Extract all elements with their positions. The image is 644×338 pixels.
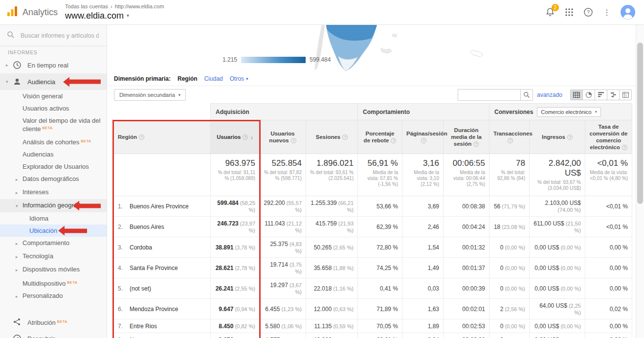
breadcrumb-accounts[interactable]: Todas las cuentas <box>65 3 108 10</box>
secondary-dimension-button[interactable]: Dimensión secundaria ▾ <box>114 89 186 101</box>
sidebar-search-input[interactable] <box>21 32 99 39</box>
sidebar-item-label: En tiempo real <box>27 62 103 69</box>
metric-cell: 0,00 % <box>585 333 632 338</box>
table-row: 5.(not set)26.241 (2,55 %)19.297 (3,67 %… <box>114 278 632 299</box>
search-icon <box>523 91 530 98</box>
help-icon: ? <box>421 138 426 143</box>
primary-dimension-region[interactable]: Región <box>178 75 198 82</box>
metric-percent: (58,25 %) <box>239 200 255 213</box>
metric-value: <0,01 % <box>606 224 628 230</box>
primary-dimension-otros[interactable]: Otros ▾ <box>230 75 248 82</box>
sidebar-item-multidispositivo[interactable]: MultidispositivoBETA <box>0 276 107 290</box>
ecommerce-selector-value: Comercio electrónico <box>541 109 591 115</box>
metric-value: 2.103,00 US$ <box>545 200 581 206</box>
sidebar-item-en-tiempo-real[interactable]: ▸En tiempo real <box>0 57 107 73</box>
sidebar-item-dispositivos-moviles[interactable]: ▸Dispositivos móviles <box>0 263 107 276</box>
metric-cell: 62,39 % <box>358 217 402 237</box>
table-filter-search-button[interactable] <box>520 89 533 101</box>
column-header-duracion-media-de-la-sesion[interactable]: Duración media de la sesión? <box>444 120 489 154</box>
metric-cell: 0,03 <box>402 278 444 299</box>
sidebar-item-personalizado[interactable]: ▸Personalizado <box>0 290 107 303</box>
view-performance-button[interactable] <box>595 90 607 100</box>
more-options-button[interactable]: ⋮ <box>603 8 611 17</box>
metric-percent: (0,00 %) <box>559 286 581 292</box>
region-link[interactable]: Santa Fe Province <box>130 265 178 271</box>
ecommerce-selector[interactable]: Comercio electrónico▾ <box>537 107 600 117</box>
summary-cell-0: 963.975% del total: 91,11 % (1.058.089) <box>211 154 260 196</box>
advanced-filter-link[interactable]: avanzado <box>537 91 562 98</box>
help-button[interactable]: ? <box>583 7 593 17</box>
brand[interactable]: Analytics <box>0 5 65 20</box>
summary-subtext: Media de la vista: 57,81 % (-1,56 %) <box>362 170 398 187</box>
column-header-porcentaje-de-rebote[interactable]: Porcentaje de rebote? <box>358 120 402 154</box>
sidebar-search[interactable] <box>0 25 107 46</box>
region-link[interactable]: (not set) <box>130 285 151 292</box>
apps-grid-button[interactable] <box>565 8 574 17</box>
chevron-down-icon: ▾ <box>16 202 22 210</box>
metric-cell: 00:01:37 <box>444 258 489 278</box>
notifications-button[interactable]: 2 <box>545 7 555 17</box>
view-selector[interactable]: www.eldia.com ▾ <box>65 10 164 22</box>
sidebar-item-audiencias[interactable]: Audiencias <box>0 148 107 160</box>
avatar[interactable] <box>621 5 635 20</box>
sidebar-item-informacion-geografica[interactable]: ▾Información geográfica <box>0 199 107 212</box>
column-header-usuarios[interactable]: Usuarios?↓ <box>211 120 260 154</box>
row-rank: 3. <box>118 244 130 251</box>
breadcrumb-property[interactable]: http://www.eldia.com <box>115 3 164 10</box>
sidebar-item-vision-general[interactable]: Visión general <box>0 90 107 102</box>
column-header-usuarios-nuevos[interactable]: Usuarios nuevos? <box>260 120 306 154</box>
region-link[interactable]: Buenos Aires <box>130 224 164 230</box>
table-filter-input[interactable] <box>458 89 520 101</box>
sidebar-item-valor-del-tiempo-de-vida-del-cliente[interactable]: Valor del tiempo de vida del clienteBETA <box>0 114 107 135</box>
sidebar-item-comportamiento[interactable]: ▸Comportamiento <box>0 237 107 250</box>
view-pivot-button[interactable] <box>619 90 632 100</box>
metric-cell: 0,00 % <box>585 319 632 333</box>
metric-value: 38.891 <box>216 244 234 251</box>
sidebar-item-atribucion[interactable]: AtribuciónBETA <box>0 314 107 330</box>
column-header-sesiones[interactable]: Sesiones? <box>306 120 358 154</box>
metric-percent: (74,00 %) <box>557 207 581 213</box>
sidebar-item-ubicacion[interactable]: Ubicación <box>0 225 107 237</box>
metric-value: 18 <box>494 224 500 230</box>
group-adquisicion: Adquisición <box>211 104 358 120</box>
summary-value: 1.896.021 <box>310 158 354 168</box>
notification-badge: 2 <box>552 4 559 11</box>
view-percentage-button[interactable] <box>582 90 595 100</box>
region-link[interactable]: Entre Rios <box>130 323 157 330</box>
caret-spacer <box>16 105 22 106</box>
sidebar-item-usuarios-activos[interactable]: Usuarios activos <box>0 102 107 114</box>
region-link[interactable]: Neuquen <box>130 337 154 338</box>
region-link[interactable]: Mendoza Province <box>130 306 178 313</box>
sidebar-item-descubrir[interactable]: Descubrir <box>0 330 107 338</box>
sidebar-item-intereses[interactable]: ▸Intereses <box>0 186 107 199</box>
sidebar-item-explorador-de-usuarios[interactable]: Explorador de Usuarios <box>0 160 107 173</box>
summary-subtext: % del total: 92,86 % (84) <box>493 170 525 181</box>
metric-cell: 70,05 % <box>358 319 402 333</box>
column-header-tasa-de-conversion-de-comercio-electronico[interactable]: Tasa de conversión de comercio electróni… <box>585 120 632 154</box>
geo-map[interactable] <box>107 25 636 72</box>
sidebar-section-informes: INFORMES <box>0 46 107 57</box>
metric-cell: 292.200 (55,57 %) <box>260 196 306 217</box>
sidebar-item-audiencia[interactable]: ▾Audiencia <box>0 73 107 90</box>
column-header-paginas-sesion[interactable]: Páginas/sesión? <box>402 120 444 154</box>
sidebar-item-datos-demograficos[interactable]: ▸Datos demográficos <box>0 173 107 186</box>
scrollbar-thumb[interactable] <box>637 43 643 204</box>
sidebar-item-tecnologia[interactable]: ▸Tecnología <box>0 250 107 263</box>
metric-value: 19.714 <box>270 261 288 268</box>
metric-cell: 0,00 US$ (0,00 %) <box>530 278 585 299</box>
table-group-row: AdquisiciónComportamientoConversionesCom… <box>114 104 632 120</box>
primary-dimension-ciudad[interactable]: Ciudad <box>204 75 223 82</box>
view-table-button[interactable] <box>570 90 583 100</box>
metric-cell: 2.103,00 US$ (74,00 %) <box>530 196 585 217</box>
column-header-ingresos[interactable]: Ingresos? <box>530 120 585 154</box>
vertical-scrollbar[interactable] <box>636 25 644 338</box>
region-link[interactable]: Buenos Aires Province <box>130 203 189 210</box>
sidebar-item-label: Visión general <box>22 92 103 100</box>
region-link[interactable]: Cordoba <box>130 244 152 251</box>
column-header-region[interactable]: Región? <box>114 120 211 154</box>
view-comparison-button[interactable] <box>607 90 620 100</box>
sidebar-item-analisis-de-cohortes[interactable]: Análisis de cohortesBETA <box>0 135 107 148</box>
column-header-transacciones[interactable]: Transacciones? <box>489 120 530 154</box>
metric-cell: 9.647 (0,94 %) <box>211 299 260 319</box>
sidebar-item-idioma[interactable]: Idioma <box>0 212 107 225</box>
